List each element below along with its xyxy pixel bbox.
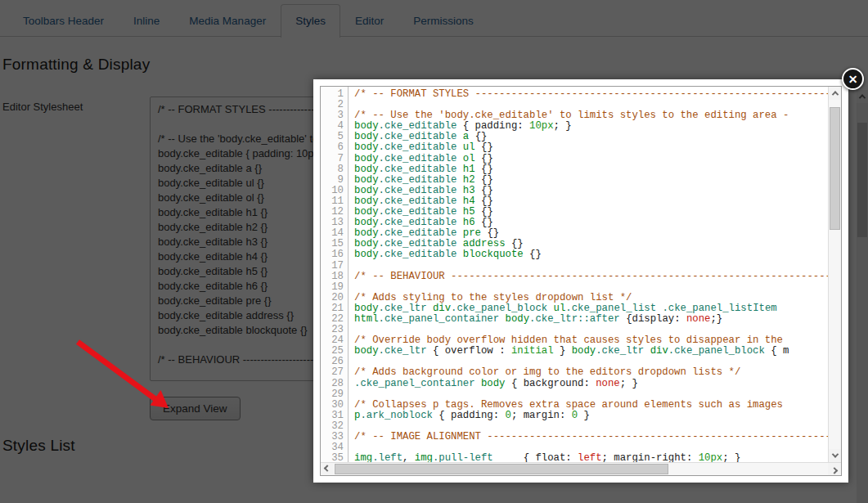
line-number: 20: [321, 293, 344, 303]
expanded-stylesheet-modal: 1234567891011121314151617181920212223242…: [313, 79, 848, 483]
close-icon: ✕: [848, 74, 858, 85]
code-line: .cke_panel_container body { background: …: [354, 379, 828, 389]
line-number: 19: [321, 282, 344, 293]
line-number: 18: [321, 272, 344, 282]
line-number: 9: [321, 175, 344, 186]
line-number: 6: [321, 142, 344, 153]
code-line: /* -- IMAGE ALIGNMENT ------------------…: [354, 432, 828, 442]
line-number: 31: [321, 411, 344, 421]
vertical-scrollbar-thumb[interactable]: [830, 107, 840, 230]
line-number: 29: [321, 389, 344, 400]
code-line: p.ark_noblock { padding: 0; margin: 0 }: [354, 411, 828, 421]
code-line: /* -- BEHAVIOUR ------------------------…: [354, 272, 828, 282]
horizontal-scrollbar[interactable]: [321, 462, 841, 475]
line-number: 30: [321, 400, 344, 411]
code-line: /* -- FORMAT STYLES --------------------…: [354, 89, 828, 100]
page: Toolbars HeaderInlineMedia ManagerStyles…: [0, 0, 868, 503]
scroll-up-icon[interactable]: [829, 87, 841, 100]
code-line: html.cke_panel_container body.cke_ltr::a…: [354, 314, 828, 325]
scroll-down-icon[interactable]: [829, 449, 841, 462]
line-number: 21: [321, 303, 344, 314]
line-number: 27: [321, 367, 344, 378]
line-number: 28: [321, 379, 344, 389]
code-editor: 1234567891011121314151617181920212223242…: [320, 86, 842, 476]
code-content[interactable]: /* -- FORMAT STYLES --------------------…: [349, 87, 828, 462]
vertical-scrollbar[interactable]: [828, 87, 841, 462]
code-editor-main: 1234567891011121314151617181920212223242…: [321, 87, 841, 462]
line-number-gutter: 1234567891011121314151617181920212223242…: [321, 87, 349, 462]
code-line: img.left, img.pull-left { float: left; m…: [354, 453, 828, 462]
scroll-left-icon[interactable]: [321, 463, 334, 475]
code-line: body.cke_editable blockquote {}: [354, 249, 828, 260]
modal-close-button[interactable]: ✕: [842, 68, 864, 90]
horizontal-scrollbar-thumb[interactable]: [335, 464, 668, 474]
line-number: 16: [321, 249, 344, 260]
line-number: 8: [321, 164, 344, 175]
line-number: 7: [321, 154, 344, 164]
line-number: 17: [321, 261, 344, 272]
scroll-right-icon[interactable]: [828, 463, 841, 475]
line-number: 10: [321, 186, 344, 196]
line-number: 35: [321, 453, 344, 462]
code-line: body.cke_ltr { overflow : initial } body…: [354, 346, 828, 357]
